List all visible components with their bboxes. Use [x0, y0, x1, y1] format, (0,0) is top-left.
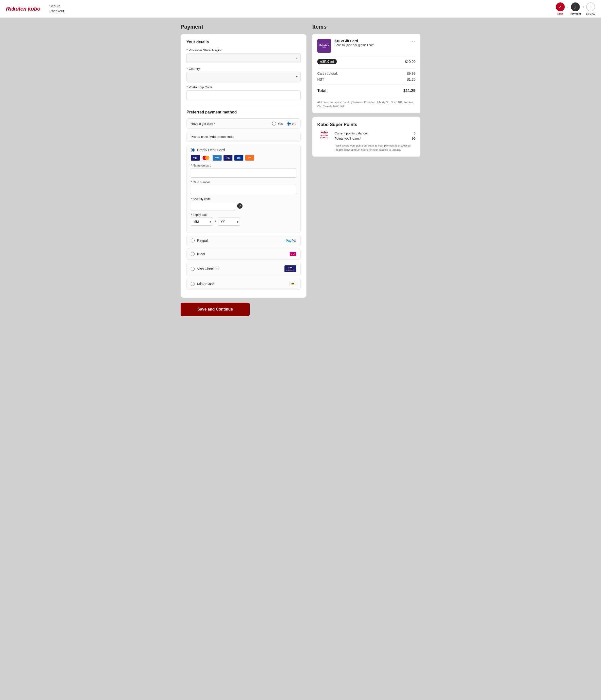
- item-row: Rakuten kobo $10 eGift Card Send to: jan…: [317, 39, 416, 53]
- kobo-points-row: kobo SUPER POINTS Current points balance…: [317, 131, 416, 152]
- card-number-input[interactable]: [191, 185, 296, 194]
- ideal-label: iDeal: [197, 252, 205, 256]
- paypal-option[interactable]: Paypal PayPal: [186, 235, 301, 246]
- country-field-group: * Country ▾: [186, 67, 301, 81]
- step-review: 3 Review: [586, 2, 595, 15]
- header-left: Rakuten kobo Secure Checkout: [6, 4, 64, 14]
- security-help-icon[interactable]: ?: [237, 203, 243, 209]
- item-info: $10 eGift Card Send to: jane.doe@gmail.c…: [334, 39, 407, 47]
- gift-card-yes-option[interactable]: Yes: [272, 122, 283, 126]
- mistercash-radio[interactable]: [191, 282, 195, 286]
- items-card: Rakuten kobo $10 eGift Card Send to: jan…: [312, 34, 420, 113]
- header: Rakuten kobo Secure Checkout ✓ Start › 2…: [0, 0, 601, 18]
- visa-checkout-label: Visa Checkout: [197, 267, 219, 271]
- card-form: * Name on card * Card number * Security …: [187, 164, 300, 232]
- ideal-option[interactable]: iDeal iD: [186, 248, 301, 260]
- amex-icon: AMEX: [212, 155, 222, 161]
- kobo-points-info: Current points balance: 0 Points you'll …: [334, 131, 416, 152]
- postal-label: * Postal/ Zip Code: [186, 85, 301, 89]
- item-more-button[interactable]: ···: [410, 39, 416, 44]
- progress-steps: ✓ Start › 2 Payment › 3 Review: [556, 2, 595, 15]
- item-send-to: Send to: jane.doe@gmail.com: [334, 43, 407, 47]
- expiry-mm-wrapper: MM ▾: [191, 218, 213, 226]
- jcb-icon: JCB: [234, 155, 244, 161]
- points-earn-row: Points you'll earn:* 99: [334, 136, 416, 141]
- credit-card-header[interactable]: Credit/ Debit Card: [187, 145, 300, 155]
- ideal-left: iDeal: [191, 252, 205, 256]
- credit-card-left: Credit/ Debit Card: [191, 148, 225, 152]
- expiry-row: MM ▾ / YY ▾: [191, 218, 296, 226]
- mistercash-label: MisterCash: [197, 282, 215, 286]
- visa-checkout-radio[interactable]: [191, 267, 195, 271]
- step-review-label: Review: [586, 12, 595, 15]
- promo-label: Promo code: [191, 135, 208, 139]
- credit-card-label: Credit/ Debit Card: [197, 148, 225, 152]
- points-earn-label: Points you'll earn:*: [334, 136, 361, 140]
- step-start-circle: ✓: [556, 2, 565, 11]
- paypal-radio[interactable]: [191, 239, 195, 243]
- current-points-row: Current points balance: 0: [334, 131, 416, 136]
- cart-subtotal-value: $9.99: [407, 72, 416, 75]
- step-review-circle: 3: [586, 2, 595, 11]
- expiry-yy-select[interactable]: YY: [218, 218, 240, 226]
- expiry-group: * Expiry date MM ▾ /: [191, 213, 296, 226]
- province-field-group: * Province/ State/ Region ▾: [186, 48, 301, 63]
- credit-card-radio[interactable]: [191, 148, 195, 152]
- paypal-left: Paypal: [191, 239, 208, 243]
- visa-checkout-icon: VISACHECKOUT: [284, 266, 296, 272]
- items-title: Items: [312, 24, 420, 30]
- country-select[interactable]: [186, 72, 301, 81]
- logo[interactable]: Rakuten kobo: [6, 6, 40, 12]
- expiry-yy-wrapper: YY ▾: [218, 218, 240, 226]
- secure-checkout-label: Secure Checkout: [49, 4, 64, 14]
- mistercash-left: MisterCash: [191, 282, 215, 286]
- security-code-group: * Security code ?: [191, 197, 296, 210]
- step-payment-label: Payment: [570, 12, 581, 15]
- summary-divider-1: [317, 68, 416, 69]
- province-select-wrapper: ▾: [186, 53, 301, 63]
- total-row: Total: $11.29: [317, 86, 416, 94]
- points-note: *We'll award your points as soon as your…: [334, 144, 416, 152]
- card-icons: VISA AMEX VISADEBIT JCB DIS: [187, 155, 300, 164]
- egift-badge: eGift Card: [317, 59, 337, 65]
- visa-debit-icon: VISADEBIT: [223, 155, 233, 161]
- security-input-wrapper: ?: [191, 202, 296, 210]
- postal-input[interactable]: [186, 91, 301, 100]
- legal-text: All transactions processed by Rakuten Ko…: [317, 97, 416, 108]
- header-divider: [45, 4, 45, 14]
- province-select[interactable]: [186, 53, 301, 63]
- expiry-mm-select[interactable]: MM: [191, 218, 213, 226]
- visa-icon: VISA: [191, 155, 200, 161]
- points-earn-value: 99: [412, 136, 416, 140]
- item-thumbnail: Rakuten kobo: [317, 39, 331, 53]
- total-label: Total:: [317, 89, 328, 93]
- discover-icon: DIS: [245, 155, 254, 161]
- add-promo-link[interactable]: Add promo code: [210, 135, 233, 139]
- thumbnail-bottom: kobo: [322, 46, 326, 48]
- total-value: $11.29: [403, 89, 416, 93]
- visa-checkout-option[interactable]: Visa Checkout VISACHECKOUT: [186, 262, 301, 276]
- expiry-divider: /: [215, 220, 216, 224]
- mistercash-option[interactable]: MisterCash 💳: [186, 278, 301, 290]
- hst-row: HST $1.30: [317, 76, 416, 82]
- name-on-card-input[interactable]: [191, 168, 296, 178]
- payment-method-title: Preferred payment method: [186, 110, 301, 115]
- ideal-radio[interactable]: [191, 252, 195, 256]
- security-code-input[interactable]: [191, 202, 235, 210]
- gift-card-no-radio[interactable]: [287, 122, 291, 126]
- gift-card-label: Have a gift card?: [191, 122, 268, 126]
- thumbnail-top: Rakuten: [320, 44, 329, 46]
- paypal-label: Paypal: [197, 239, 208, 243]
- cart-subtotal-row: Cart subtotal: $9.99: [317, 71, 416, 76]
- step-payment: 2 Payment: [570, 2, 581, 15]
- credit-card-option: Credit/ Debit Card VISA AMEX: [186, 145, 301, 233]
- mistercash-icon: 💳: [289, 282, 296, 286]
- gift-card-row: Have a gift card? Yes No: [186, 118, 301, 129]
- egift-price: $10.00: [405, 60, 416, 64]
- card-number-group: * Card number: [191, 180, 296, 194]
- save-continue-button[interactable]: Save and Continue: [181, 303, 250, 316]
- gift-card-yes-radio[interactable]: [272, 122, 276, 126]
- left-panel: Payment Your details * Province/ State/ …: [181, 24, 306, 316]
- egift-row: eGift Card $10.00: [317, 57, 416, 66]
- gift-card-no-option[interactable]: No: [287, 122, 296, 126]
